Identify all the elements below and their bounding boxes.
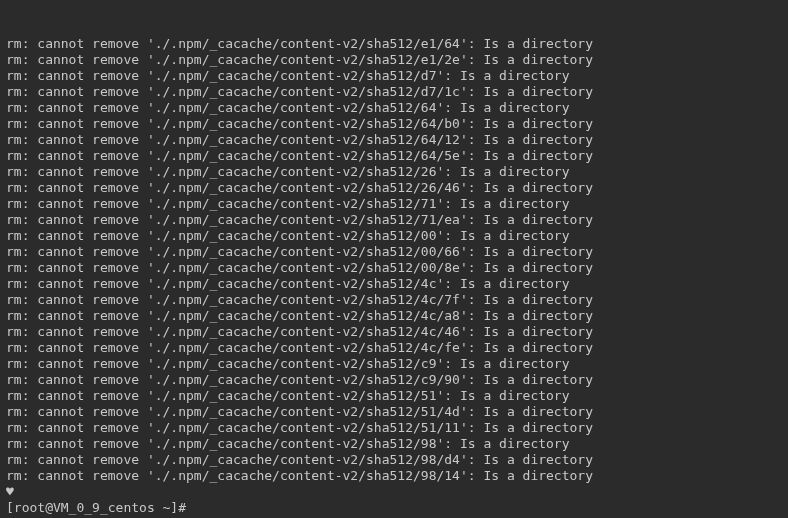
error-line: rm: cannot remove './.npm/_cacache/conte… — [6, 436, 782, 452]
error-line: rm: cannot remove './.npm/_cacache/conte… — [6, 132, 782, 148]
error-line: rm: cannot remove './.npm/_cacache/conte… — [6, 340, 782, 356]
error-line: rm: cannot remove './.npm/_cacache/conte… — [6, 212, 782, 228]
error-line: rm: cannot remove './.npm/_cacache/conte… — [6, 68, 782, 84]
error-line: rm: cannot remove './.npm/_cacache/conte… — [6, 308, 782, 324]
error-line: rm: cannot remove './.npm/_cacache/conte… — [6, 452, 782, 468]
error-line: rm: cannot remove './.npm/_cacache/conte… — [6, 388, 782, 404]
error-line: rm: cannot remove './.npm/_cacache/conte… — [6, 468, 782, 484]
error-line: rm: cannot remove './.npm/_cacache/conte… — [6, 180, 782, 196]
error-line: rm: cannot remove './.npm/_cacache/conte… — [6, 244, 782, 260]
error-line: rm: cannot remove './.npm/_cacache/conte… — [6, 420, 782, 436]
error-line: rm: cannot remove './.npm/_cacache/conte… — [6, 100, 782, 116]
prompt-line[interactable]: [root@VM_0_9_centos ~]# — [6, 500, 782, 516]
error-line: rm: cannot remove './.npm/_cacache/conte… — [6, 196, 782, 212]
error-line: rm: cannot remove './.npm/_cacache/conte… — [6, 324, 782, 340]
error-line: rm: cannot remove './.npm/_cacache/conte… — [6, 148, 782, 164]
error-line: rm: cannot remove './.npm/_cacache/conte… — [6, 260, 782, 276]
terminal[interactable]: rm: cannot remove './.npm/_cacache/conte… — [0, 0, 788, 518]
error-line: rm: cannot remove './.npm/_cacache/conte… — [6, 116, 782, 132]
terminal-output: rm: cannot remove './.npm/_cacache/conte… — [6, 36, 782, 518]
error-line: rm: cannot remove './.npm/_cacache/conte… — [6, 372, 782, 388]
error-line: rm: cannot remove './.npm/_cacache/conte… — [6, 84, 782, 100]
error-line: rm: cannot remove './.npm/_cacache/conte… — [6, 276, 782, 292]
error-line: rm: cannot remove './.npm/_cacache/conte… — [6, 228, 782, 244]
error-line: rm: cannot remove './.npm/_cacache/conte… — [6, 356, 782, 372]
heart-line: ♥ — [6, 484, 782, 500]
error-line: rm: cannot remove './.npm/_cacache/conte… — [6, 164, 782, 180]
error-line: rm: cannot remove './.npm/_cacache/conte… — [6, 292, 782, 308]
error-line: rm: cannot remove './.npm/_cacache/conte… — [6, 404, 782, 420]
error-line: rm: cannot remove './.npm/_cacache/conte… — [6, 36, 782, 52]
error-line: rm: cannot remove './.npm/_cacache/conte… — [6, 52, 782, 68]
